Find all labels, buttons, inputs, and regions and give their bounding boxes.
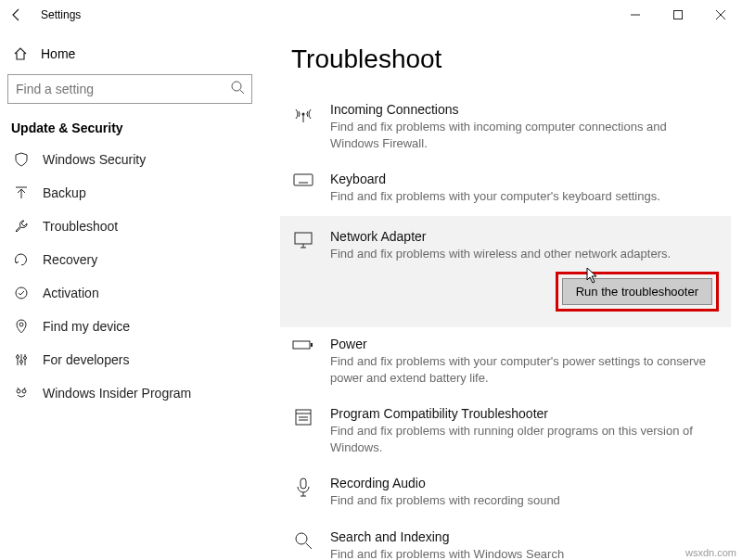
svg-point-5 [19, 323, 23, 326]
ts-desc: Find and fix problems with your computer… [330, 188, 707, 205]
nav-recovery[interactable]: Recovery [7, 243, 252, 276]
main-content: Troubleshoot Incoming Connections Find a… [260, 30, 742, 560]
nav-windows-security[interactable]: Windows Security [7, 143, 252, 176]
nav-label: For developers [43, 352, 129, 367]
svg-rect-24 [295, 233, 312, 244]
search-input[interactable] [7, 74, 252, 104]
back-button[interactable] [9, 7, 24, 22]
wrench-icon [13, 219, 30, 234]
nav-activation[interactable]: Activation [7, 276, 252, 310]
minimize-button[interactable] [614, 0, 657, 30]
svg-point-6 [17, 356, 19, 359]
svg-point-9 [17, 389, 20, 393]
ts-desc: Find and fix problems with incoming comp… [330, 119, 707, 151]
nav-label: Recovery [43, 252, 97, 267]
ts-title: Search and Indexing [330, 529, 707, 544]
ts-network-adapter[interactable]: Network Adapter Find and fix problems wi… [280, 216, 731, 328]
sliders-icon [13, 352, 30, 367]
nav-label: Troubleshoot [43, 219, 118, 234]
svg-point-2 [232, 82, 241, 91]
nav-find-my-device[interactable]: Find my device [7, 310, 252, 343]
nav-insider-program[interactable]: Windows Insider Program [7, 376, 252, 410]
window-title: Settings [41, 8, 81, 21]
titlebar: Settings [0, 0, 742, 30]
ts-desc: Find and fix problems with your computer… [330, 353, 707, 386]
svg-rect-1 [674, 11, 683, 19]
antenna-icon [291, 102, 315, 151]
run-troubleshooter-button[interactable]: Run the troubleshooter [562, 278, 712, 305]
ts-title: Incoming Connections [330, 102, 707, 117]
nav-troubleshoot[interactable]: Troubleshoot [7, 210, 252, 243]
ts-keyboard[interactable]: Keyboard Find and fix problems with your… [291, 162, 716, 216]
program-icon [291, 406, 315, 455]
sidebar: Home Update & Security Windows Security … [0, 30, 260, 560]
ts-recording-audio[interactable]: Recording Audio Find and fix problems wi… [291, 466, 716, 520]
svg-line-37 [306, 543, 312, 549]
svg-point-8 [24, 357, 27, 360]
svg-rect-33 [301, 478, 306, 489]
home-icon [13, 46, 28, 61]
close-button[interactable] [699, 0, 742, 30]
ts-title: Recording Audio [330, 476, 707, 490]
nav-label: Activation [43, 286, 99, 300]
nav-backup[interactable]: Backup [7, 176, 252, 210]
battery-icon [291, 337, 315, 386]
ts-title: Network Adapter [330, 229, 716, 244]
svg-point-10 [22, 389, 26, 393]
svg-rect-13 [294, 174, 313, 185]
nav-label: Windows Security [43, 152, 146, 167]
insider-icon [13, 386, 30, 401]
svg-rect-27 [293, 341, 310, 349]
home-label: Home [41, 46, 75, 61]
nav-label: Find my device [43, 319, 130, 334]
mouse-cursor [586, 267, 599, 284]
svg-line-3 [240, 90, 244, 94]
check-circle-icon [13, 286, 30, 300]
svg-rect-28 [311, 343, 313, 347]
search-icon [291, 529, 315, 560]
ts-title: Keyboard [330, 172, 707, 186]
ts-search-indexing[interactable]: Search and Indexing Find and fix problem… [291, 520, 716, 560]
recovery-icon [13, 252, 30, 267]
nav-label: Backup [43, 185, 86, 200]
keyboard-icon [291, 172, 315, 205]
microphone-icon [291, 476, 315, 509]
ts-desc: Find and fix problems with wireless and … [330, 246, 716, 262]
nav-for-developers[interactable]: For developers [7, 343, 252, 376]
page-title: Troubleshoot [291, 45, 716, 74]
home-link[interactable]: Home [7, 39, 252, 74]
monitor-icon [291, 229, 315, 310]
search-box[interactable] [7, 74, 252, 104]
svg-point-7 [20, 361, 23, 363]
svg-point-4 [16, 287, 27, 299]
nav-label: Windows Insider Program [43, 386, 191, 401]
ts-desc: Find and fix problems with Windows Searc… [330, 546, 707, 560]
window-controls [614, 0, 742, 30]
shield-icon [13, 152, 30, 167]
backup-icon [13, 185, 30, 200]
svg-point-36 [296, 533, 307, 544]
ts-desc: Find and fix problems with running older… [330, 423, 707, 455]
section-header: Update & Security [7, 104, 252, 143]
location-icon [13, 319, 30, 334]
maximize-button[interactable] [657, 0, 699, 30]
ts-incoming-connections[interactable]: Incoming Connections Find and fix proble… [291, 93, 716, 162]
ts-title: Power [330, 337, 707, 351]
ts-program-compatibility[interactable]: Program Compatibility Troubleshooter Fin… [291, 397, 716, 466]
ts-desc: Find and fix problems with recording sou… [330, 492, 707, 509]
ts-power[interactable]: Power Find and fix problems with your co… [291, 327, 716, 397]
highlight-box: Run the troubleshooter [558, 274, 716, 309]
search-icon [230, 80, 245, 95]
watermark: wsxdn.com [685, 547, 736, 558]
ts-title: Program Compatibility Troubleshooter [330, 406, 707, 421]
